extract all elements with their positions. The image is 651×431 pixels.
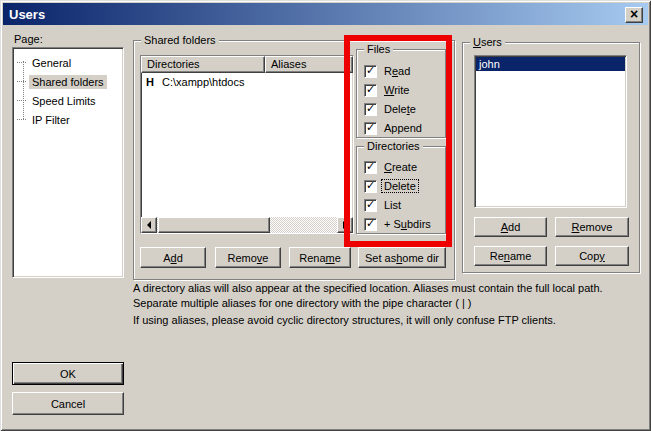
table-header: Directories Aliases: [141, 56, 353, 73]
sidebar-item-label: IP Filter: [29, 113, 73, 127]
arrow-right-icon: [343, 221, 351, 229]
tree-connector: [17, 62, 26, 63]
checkbox-label: Append: [382, 122, 424, 134]
sidebar-item-label: Speed Limits: [29, 94, 99, 108]
users-group: Users john Add Remove Rename Copy: [462, 42, 640, 273]
directories-table[interactable]: Directories Aliases H C:\xampp\htdocs: [140, 55, 354, 234]
remove-user-button[interactable]: Remove: [555, 217, 629, 237]
cyclic-help-text: If using aliases, please avoid cyclic di…: [133, 313, 638, 328]
add-user-button[interactable]: Add: [474, 217, 547, 237]
sidebar-item-label: Shared folders: [29, 75, 107, 89]
checkmark-icon: ✓: [366, 161, 375, 172]
directory-path: C:\xampp\htdocs: [162, 76, 245, 88]
column-header-aliases[interactable]: Aliases: [265, 56, 353, 73]
checkbox-read[interactable]: ✓ Read: [364, 64, 412, 78]
shared-folders-group: Shared folders Directories Aliases H C:\…: [133, 40, 455, 280]
files-permissions-group: Files ✓ Read ✓ Write ✓ Delete ✓ Append: [356, 49, 446, 138]
checkmark-icon: ✓: [366, 84, 375, 95]
tree-connector: [17, 81, 26, 82]
close-button[interactable]: ×: [625, 7, 643, 23]
set-as-home-dir-button[interactable]: Set as home dir: [358, 247, 446, 268]
checkbox-label: Delete: [382, 103, 418, 115]
remove-directory-button[interactable]: Remove: [215, 247, 281, 268]
checkmark-icon: ✓: [366, 199, 375, 210]
horizontal-scrollbar[interactable]: [141, 217, 353, 233]
tree-connector: [17, 100, 26, 101]
checkbox-label: List: [382, 199, 403, 211]
checkbox-box: ✓: [364, 199, 377, 212]
checkbox-delete-files[interactable]: ✓ Delete: [364, 102, 418, 116]
checkbox-box: ✓: [364, 84, 377, 97]
rename-directory-button[interactable]: Rename: [289, 247, 351, 268]
checkmark-icon: ✓: [366, 218, 375, 229]
users-group-label: Users: [470, 36, 505, 49]
checkbox-label: + Subdirs: [382, 218, 433, 230]
checkmark-icon: ✓: [366, 103, 375, 114]
window-title: Users: [3, 7, 45, 22]
shared-folders-group-label: Shared folders: [141, 34, 219, 47]
tree-connector: [17, 119, 26, 120]
files-group-label: Files: [364, 43, 393, 56]
checkbox-label: Create: [382, 161, 419, 173]
directories-group-label: Directories: [364, 140, 423, 153]
checkbox-box: ✓: [364, 122, 377, 135]
copy-user-button[interactable]: Copy: [555, 246, 629, 266]
column-header-directories[interactable]: Directories: [141, 56, 265, 73]
add-directory-button[interactable]: Add: [140, 247, 206, 268]
scroll-left-button[interactable]: [141, 217, 157, 233]
checkbox-subdirs[interactable]: ✓ + Subdirs: [364, 217, 433, 231]
checkmark-icon: ✓: [366, 65, 375, 76]
directories-permissions-group: Directories ✓ Create ✓ Delete ✓ List ✓ +…: [356, 146, 446, 234]
page-label: Page:: [14, 33, 43, 45]
cancel-button[interactable]: Cancel: [12, 392, 124, 415]
rename-user-button[interactable]: Rename: [474, 246, 547, 266]
titlebar[interactable]: Users ×: [3, 3, 648, 25]
checkbox-list[interactable]: ✓ List: [364, 198, 403, 212]
checkbox-append[interactable]: ✓ Append: [364, 121, 424, 135]
checkbox-box: ✓: [364, 161, 377, 174]
close-icon: ×: [630, 8, 638, 20]
scrollbar-thumb[interactable]: [158, 217, 270, 233]
users-list[interactable]: john: [474, 55, 627, 208]
checkbox-create[interactable]: ✓ Create: [364, 160, 419, 174]
sidebar-item-ip-filter[interactable]: IP Filter: [13, 110, 123, 129]
page-list[interactable]: General Shared folders Speed Limits IP F…: [12, 47, 124, 278]
scroll-right-button[interactable]: [337, 217, 353, 233]
ok-button[interactable]: OK: [12, 362, 124, 385]
checkbox-box: ✓: [364, 218, 377, 231]
checkbox-delete-dirs[interactable]: ✓ Delete: [364, 179, 418, 193]
table-row[interactable]: H C:\xampp\htdocs: [141, 73, 353, 88]
checkbox-box: ✓: [364, 180, 377, 193]
sidebar-item-general[interactable]: General: [13, 53, 123, 72]
checkbox-box: ✓: [364, 65, 377, 78]
arrow-left-icon: [143, 221, 151, 229]
home-dir-flag: H: [146, 76, 154, 88]
users-dialog: Users × Page: General Shared folders Spe…: [0, 0, 651, 431]
checkbox-label: Write: [382, 84, 411, 96]
checkbox-label: Delete: [382, 180, 418, 192]
checkmark-icon: ✓: [366, 122, 375, 133]
sidebar-item-shared-folders[interactable]: Shared folders: [13, 72, 123, 91]
sidebar-item-speed-limits[interactable]: Speed Limits: [13, 91, 123, 110]
checkbox-label: Read: [382, 65, 412, 77]
list-item-user[interactable]: john: [476, 57, 625, 71]
checkmark-icon: ✓: [366, 180, 375, 191]
alias-help-text: A directory alias will also appear at th…: [133, 281, 638, 311]
checkbox-write[interactable]: ✓ Write: [364, 83, 411, 97]
checkbox-box: ✓: [364, 103, 377, 116]
sidebar-item-label: General: [29, 56, 74, 70]
